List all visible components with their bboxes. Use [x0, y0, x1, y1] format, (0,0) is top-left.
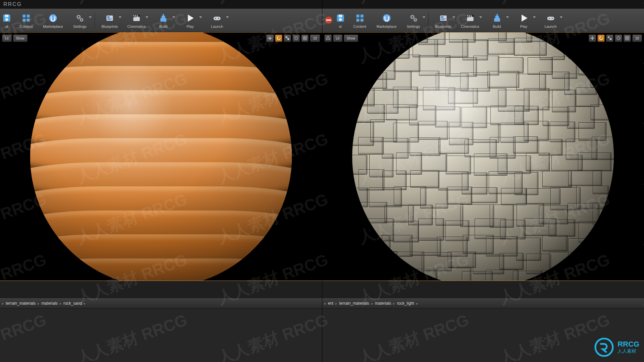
toolbar-play-button[interactable]: Play [177, 10, 203, 31]
toolbar-launch-label: Launch [544, 24, 556, 28]
breadcrumb-separator-icon: ▸ [60, 302, 61, 305]
gizmo-scale-button[interactable] [606, 35, 613, 42]
toolbar-settings-label: Settings [407, 24, 420, 28]
toolbar-content-button[interactable]: Content [347, 10, 373, 31]
toolbar-build-button[interactable]: Build [484, 10, 510, 31]
toolbar-cinematics-button[interactable]: Cinematics [457, 10, 483, 31]
breadcrumb-separator-icon: ▸ [324, 302, 326, 305]
snap-grid-button[interactable] [624, 35, 631, 42]
breadcrumb-item[interactable]: terrain_materials [6, 301, 36, 306]
toolbar-play-label: Play [520, 24, 527, 28]
snap-grid-button[interactable] [301, 35, 309, 42]
viewport-right[interactable]: Lit Show 10 [322, 32, 644, 281]
viewmode-lit-button[interactable]: Lit [333, 35, 343, 42]
chevron-down-icon [479, 16, 482, 18]
viewport-controls-right-group: 10 [589, 35, 642, 42]
chevron-down-icon [560, 16, 562, 18]
svg-rect-1 [5, 15, 9, 17]
toolbar-marketplace-button[interactable]: Marketplace [374, 10, 400, 31]
toolbar-save-button[interactable]: ol [1, 10, 12, 31]
brand-logo-icon [594, 337, 614, 357]
show-menu-button[interactable]: Show [13, 35, 28, 42]
svg-rect-47 [494, 18, 500, 22]
toolbar-stop-button[interactable] [323, 10, 334, 31]
toolbar-play-label: Play [186, 24, 194, 28]
toolbar-blueprints-button[interactable]: Blueprints [97, 10, 123, 31]
svg-rect-21 [214, 17, 221, 20]
toolbar-cinematics-label: Cinematics [461, 24, 479, 28]
marketplace-icon [381, 12, 392, 24]
toolbar-content-label: Content [20, 24, 33, 28]
toolbar-save-label: ol [5, 24, 8, 28]
gizmo-move-button[interactable] [589, 35, 596, 42]
breadcrumb-item[interactable]: materials [41, 301, 58, 306]
toolbar-settings-button[interactable]: Settings [400, 10, 427, 31]
bottom-strip-left [0, 281, 322, 298]
marketplace-icon [47, 12, 59, 24]
perspective-button[interactable] [324, 35, 332, 42]
toolbar-left: ol Content Marketplace Settings Blueprin… [0, 9, 322, 32]
svg-rect-20 [163, 14, 164, 16]
gizmo-scale-button[interactable] [284, 35, 291, 42]
viewport-left[interactable]: Lit Show 10 [0, 32, 322, 281]
toolbar-marketplace-button[interactable]: Marketplace [40, 10, 66, 31]
snap-grid-value-label: 10 [635, 37, 639, 40]
toolbar-settings-button[interactable]: Settings [67, 10, 93, 31]
toolbar-blueprints-label: Blueprints [435, 24, 451, 28]
breadcrumb-item[interactable]: ent [328, 301, 334, 306]
snap-grid-value[interactable]: 10 [310, 35, 320, 42]
svg-point-51 [548, 18, 550, 19]
save-icon [335, 12, 346, 24]
gizmo-move-button[interactable] [266, 35, 274, 42]
toolbar-build-button[interactable]: Build [150, 10, 176, 31]
svg-point-26 [295, 37, 298, 40]
breadcrumb-item[interactable]: terrain_materials [339, 301, 369, 306]
breadcrumb-separator-icon: ▸ [84, 302, 86, 305]
settings-icon [74, 12, 86, 24]
toolbar-blueprints-button[interactable]: Blueprints [430, 10, 457, 31]
svg-point-39 [412, 16, 413, 17]
play-icon [184, 12, 196, 24]
svg-rect-24 [286, 37, 287, 38]
svg-rect-41 [440, 15, 446, 21]
toolbar-play-button[interactable]: Play [511, 10, 537, 31]
cinematics-icon [131, 12, 142, 24]
camera-speed-button[interactable] [615, 35, 622, 42]
viewmode-lit-button[interactable]: Lit [2, 35, 12, 42]
material-preview-left [30, 32, 292, 281]
breadcrumb-item[interactable]: rock_light [397, 301, 414, 306]
svg-point-22 [215, 18, 216, 19]
gizmo-rotate-button[interactable] [275, 35, 282, 42]
breadcrumb-separator-icon: ▸ [393, 302, 395, 305]
toolbar-launch-button[interactable]: Launch [204, 10, 230, 31]
chevron-down-icon [199, 16, 202, 18]
play-icon [518, 12, 530, 24]
breadcrumb-item[interactable]: materials [375, 301, 391, 306]
toolbar-separator [428, 12, 429, 28]
breadcrumb-item[interactable]: rock_sand [63, 301, 82, 306]
show-menu-label: Show [347, 37, 355, 40]
toolbar-save-button[interactable]: ol [335, 10, 346, 31]
chevron-down-icon [226, 16, 229, 18]
camera-speed-button[interactable] [292, 35, 300, 42]
snap-grid-value-label: 10 [313, 37, 317, 40]
toolbar-cinematics-label: Cinematics [127, 24, 146, 28]
svg-rect-35 [360, 19, 363, 22]
svg-point-2 [5, 18, 8, 21]
gizmo-rotate-button[interactable] [597, 35, 605, 42]
chevron-down-icon [172, 16, 175, 18]
svg-rect-28 [326, 19, 331, 21]
toolbar-launch-button[interactable]: Launch [538, 10, 564, 31]
toolbar-cinematics-button[interactable]: Cinematics [123, 10, 150, 31]
chevron-down-icon [89, 16, 92, 18]
toolbar-save-label: ol [339, 24, 342, 28]
snap-grid-value[interactable]: 10 [632, 35, 642, 42]
toolbar-separator [95, 12, 95, 28]
toolbar-blueprints-label: Blueprints [102, 24, 118, 28]
toolbar-build-label: Build [159, 24, 167, 28]
pane-left: ol Content Marketplace Settings Blueprin… [0, 0, 322, 362]
show-menu-button[interactable]: Show [344, 35, 358, 42]
svg-point-10 [78, 16, 79, 17]
toolbar-content-button[interactable]: Content [13, 10, 39, 31]
chevron-down-icon [506, 16, 509, 18]
